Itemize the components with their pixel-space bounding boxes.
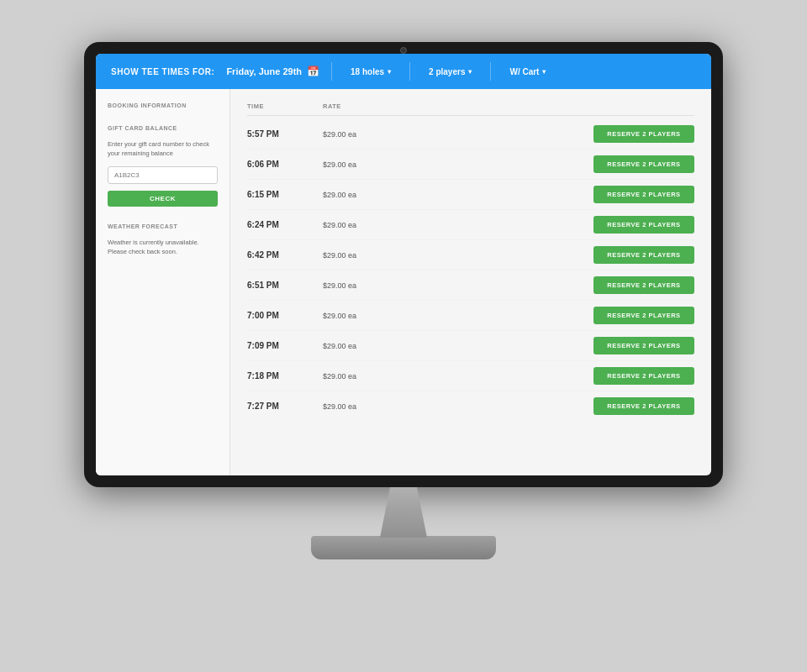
tee-times-area: TIME RATE 5:57 PM$29.00 eaRESERVE 2 PLAY… bbox=[230, 89, 711, 475]
reserve-button[interactable]: RESERVE 2 PLAYERS bbox=[593, 186, 694, 203]
tee-rate-value: $29.00 ea bbox=[323, 342, 593, 350]
tee-rate-value: $29.00 ea bbox=[323, 402, 593, 411]
table-row: 6:42 PM$29.00 eaRESERVE 2 PLAYERS bbox=[247, 240, 694, 270]
divider-3 bbox=[490, 62, 491, 81]
cart-dropdown[interactable]: W/ Cart ▾ bbox=[503, 64, 552, 80]
holes-chevron: ▾ bbox=[388, 68, 391, 76]
tee-rate-value: $29.00 ea bbox=[323, 221, 593, 229]
calendar-icon[interactable]: 📅 bbox=[307, 66, 319, 77]
table-row: 7:27 PM$29.00 eaRESERVE 2 PLAYERS bbox=[247, 391, 694, 421]
gift-card-section: GIFT CARD BALANCE Enter your gift card n… bbox=[108, 125, 218, 207]
holes-dropdown[interactable]: 18 holes ▾ bbox=[344, 64, 398, 80]
holes-label: 18 holes bbox=[351, 67, 384, 76]
weather-title: WEATHER FORECAST bbox=[108, 223, 218, 229]
header-bar: SHOW TEE TIMES FOR: Friday, June 29th 📅 … bbox=[96, 54, 711, 89]
gift-card-title: GIFT CARD BALANCE bbox=[108, 125, 218, 131]
table-row: 6:24 PM$29.00 eaRESERVE 2 PLAYERS bbox=[247, 210, 694, 240]
table-header: TIME RATE bbox=[247, 102, 694, 116]
table-row: 5:57 PM$29.00 eaRESERVE 2 PLAYERS bbox=[247, 119, 694, 150]
players-chevron: ▾ bbox=[468, 68, 472, 76]
reserve-button[interactable]: RESERVE 2 PLAYERS bbox=[593, 125, 694, 143]
reserve-button[interactable]: RESERVE 2 PLAYERS bbox=[593, 155, 694, 173]
reserve-button[interactable]: RESERVE 2 PLAYERS bbox=[593, 246, 694, 264]
reserve-button[interactable]: RESERVE 2 PLAYERS bbox=[593, 397, 694, 415]
tee-time-value: 6:42 PM bbox=[247, 250, 323, 260]
screen: SHOW TEE TIMES FOR: Friday, June 29th 📅 … bbox=[96, 54, 711, 475]
monitor-body: SHOW TEE TIMES FOR: Friday, June 29th 📅 … bbox=[84, 42, 723, 487]
col-time-header: TIME bbox=[247, 102, 323, 110]
col-rate-header: RATE bbox=[323, 102, 593, 110]
tee-time-value: 7:00 PM bbox=[247, 311, 323, 320]
sidebar: BOOKING INFORMATION GIFT CARD BALANCE En… bbox=[96, 89, 230, 475]
divider-1 bbox=[331, 62, 332, 81]
players-dropdown[interactable]: 2 players ▾ bbox=[422, 64, 478, 80]
monitor-base bbox=[311, 536, 496, 559]
players-label: 2 players bbox=[429, 67, 465, 76]
weather-message: Weather is currently unavailable. Please… bbox=[108, 238, 218, 257]
gift-card-description: Enter your gift card number to check you… bbox=[108, 139, 218, 159]
table-row: 7:09 PM$29.00 eaRESERVE 2 PLAYERS bbox=[247, 331, 694, 361]
reserve-button[interactable]: RESERVE 2 PLAYERS bbox=[593, 367, 694, 385]
tee-rate-value: $29.00 ea bbox=[323, 312, 593, 320]
table-row: 6:06 PM$29.00 eaRESERVE 2 PLAYERS bbox=[247, 150, 694, 180]
camera-dot bbox=[400, 47, 407, 54]
booking-section: BOOKING INFORMATION bbox=[108, 102, 218, 108]
monitor-wrapper: SHOW TEE TIMES FOR: Friday, June 29th 📅 … bbox=[76, 42, 731, 630]
show-tee-times-label: SHOW TEE TIMES FOR: bbox=[111, 67, 214, 76]
tee-time-value: 6:06 PM bbox=[247, 160, 323, 169]
table-row: 6:15 PM$29.00 eaRESERVE 2 PLAYERS bbox=[247, 180, 694, 210]
tee-time-value: 7:27 PM bbox=[247, 402, 323, 411]
reserve-button[interactable]: RESERVE 2 PLAYERS bbox=[593, 216, 694, 234]
weather-section: WEATHER FORECAST Weather is currently un… bbox=[108, 223, 218, 257]
reserve-button[interactable]: RESERVE 2 PLAYERS bbox=[593, 307, 694, 324]
booking-section-title: BOOKING INFORMATION bbox=[108, 102, 218, 108]
tee-rate-value: $29.00 ea bbox=[323, 191, 593, 199]
tee-rows-container: 5:57 PM$29.00 eaRESERVE 2 PLAYERS6:06 PM… bbox=[247, 119, 694, 421]
cart-chevron: ▾ bbox=[542, 68, 546, 76]
date-display: Friday, June 29th 📅 bbox=[226, 66, 319, 77]
tee-rate-value: $29.00 ea bbox=[323, 281, 593, 290]
tee-time-value: 6:51 PM bbox=[247, 281, 323, 290]
divider-2 bbox=[409, 62, 410, 81]
table-row: 7:18 PM$29.00 eaRESERVE 2 PLAYERS bbox=[247, 361, 694, 391]
reserve-button[interactable]: RESERVE 2 PLAYERS bbox=[593, 276, 694, 294]
tee-rate-value: $29.00 ea bbox=[323, 160, 593, 169]
monitor-neck bbox=[370, 487, 437, 538]
tee-time-value: 7:09 PM bbox=[247, 341, 323, 350]
tee-time-value: 6:24 PM bbox=[247, 220, 323, 229]
tee-rate-value: $29.00 ea bbox=[323, 372, 593, 381]
tee-rate-value: $29.00 ea bbox=[323, 130, 593, 139]
table-row: 6:51 PM$29.00 eaRESERVE 2 PLAYERS bbox=[247, 270, 694, 301]
reserve-button[interactable]: RESERVE 2 PLAYERS bbox=[593, 337, 694, 354]
tee-time-value: 5:57 PM bbox=[247, 129, 323, 139]
check-button[interactable]: CHECK bbox=[108, 191, 218, 207]
date-text: Friday, June 29th bbox=[226, 66, 302, 76]
table-row: 7:00 PM$29.00 eaRESERVE 2 PLAYERS bbox=[247, 301, 694, 331]
cart-label: W/ Cart bbox=[509, 67, 539, 76]
tee-rate-value: $29.00 ea bbox=[323, 251, 593, 260]
tee-time-value: 7:18 PM bbox=[247, 371, 323, 381]
tee-time-value: 6:15 PM bbox=[247, 190, 323, 199]
main-content: BOOKING INFORMATION GIFT CARD BALANCE En… bbox=[96, 89, 711, 475]
gift-card-input[interactable] bbox=[108, 166, 218, 184]
